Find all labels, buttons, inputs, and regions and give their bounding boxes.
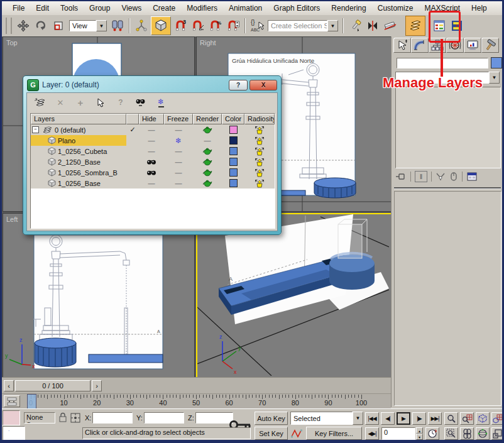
radiosity-cell[interactable]	[244, 124, 275, 135]
layer-color-chip[interactable]	[229, 126, 238, 134]
maxscript-listener-pane[interactable]: .	[3, 426, 25, 441]
render-cell[interactable]	[193, 167, 222, 178]
hide-cell[interactable]	[139, 167, 164, 178]
radiosity-cell[interactable]	[244, 156, 275, 167]
hide-cell[interactable]: —	[139, 135, 164, 146]
tab-create[interactable]	[393, 38, 411, 53]
angle-snap-button[interactable]	[190, 18, 206, 34]
color-cell[interactable]	[222, 167, 244, 178]
pan-view-button[interactable]	[460, 427, 474, 440]
menu-item-views[interactable]: Views	[116, 3, 147, 14]
current-layer-cell[interactable]	[126, 178, 139, 189]
reference-coordinate-dropdown[interactable]: View ▼	[69, 20, 107, 31]
layer-dialog-titlebar[interactable]: G Layer: 0 (default) ? X	[27, 79, 277, 91]
go-to-start-button[interactable]: |◀◀	[365, 412, 379, 425]
freeze-toggle-button[interactable]: ❄	[154, 96, 168, 109]
select-highlighted-button[interactable]	[94, 96, 107, 109]
render-cell[interactable]	[193, 146, 222, 156]
hide-cell[interactable]: —	[139, 146, 164, 156]
configure-modifier-sets-icon[interactable]	[466, 172, 478, 182]
show-end-result-button[interactable]: ‖	[415, 171, 427, 182]
previous-frame-button[interactable]: ◀|	[381, 412, 395, 425]
time-slider-prev-button[interactable]: ‹	[4, 380, 14, 391]
object-color-swatch[interactable]	[491, 57, 502, 68]
key-mode-toggle-button[interactable]: ◀▶|	[365, 427, 379, 440]
select-rotate-button[interactable]	[33, 18, 49, 34]
column-header-radiosity[interactable]: Radiosity	[244, 114, 275, 124]
render-cell[interactable]	[193, 156, 222, 167]
render-cell[interactable]: —	[193, 135, 222, 146]
zoom-region-button[interactable]	[444, 427, 458, 440]
menu-item-tools[interactable]: Tools	[55, 3, 84, 14]
viewport-right-label[interactable]: Right	[200, 39, 216, 46]
layer-color-chip[interactable]	[229, 158, 238, 166]
make-unique-icon[interactable]	[436, 172, 446, 181]
render-cell[interactable]	[193, 124, 222, 135]
go-to-end-button[interactable]: ▶▶|	[428, 412, 442, 425]
menu-item-create[interactable]: Create	[147, 3, 181, 14]
time-slider-handle[interactable]: 0 / 100	[15, 380, 90, 391]
radiosity-cell[interactable]	[244, 135, 275, 146]
chevron-down-icon[interactable]: ▼	[96, 20, 107, 31]
layer-color-chip[interactable]	[229, 168, 238, 177]
menu-item-modifiers[interactable]: Modifiers	[181, 3, 223, 14]
column-header-render[interactable]: Render	[193, 114, 222, 124]
dialog-help-tool-button[interactable]: ?	[114, 96, 128, 109]
edit-named-selections-button[interactable]: {}ABC	[249, 18, 265, 34]
current-layer-cell[interactable]	[126, 167, 139, 178]
remove-modifier-icon[interactable]	[449, 172, 458, 182]
z-coordinate-field[interactable]	[195, 412, 233, 424]
radiosity-cell[interactable]	[244, 146, 275, 156]
key-filters-button[interactable]: Key Filters...	[306, 427, 362, 440]
zoom-all-button[interactable]	[460, 412, 474, 425]
track-bar-ruler[interactable]: 0102030405060708090100	[23, 394, 388, 409]
use-pivot-center-button[interactable]	[109, 18, 126, 34]
layer-row-4[interactable]: 1_0256_Sombra_B—	[31, 167, 275, 178]
named-selection-set-dropdown[interactable]: Create Selection Set ▼	[268, 20, 338, 31]
select-move-button[interactable]	[15, 18, 31, 34]
menu-item-group[interactable]: Group	[84, 3, 116, 14]
freeze-cell[interactable]: —	[164, 156, 193, 167]
time-configuration-button[interactable]	[425, 427, 439, 440]
radiosity-cell[interactable]	[244, 167, 275, 178]
radiosity-cell[interactable]	[244, 178, 275, 189]
current-layer-cell[interactable]	[126, 146, 139, 156]
current-layer-cell[interactable]: ✓	[126, 124, 139, 135]
tab-modify[interactable]	[411, 38, 429, 53]
set-key-button[interactable]: Set Key	[255, 427, 288, 440]
x-coordinate-field[interactable]	[92, 412, 133, 424]
frame-spinner[interactable]: ▴ ▾	[416, 427, 423, 440]
menu-item-edit[interactable]: Edit	[30, 3, 55, 14]
column-header-layers[interactable]: Layers	[31, 114, 126, 124]
color-cell[interactable]	[222, 156, 244, 167]
color-cell[interactable]	[222, 124, 244, 135]
freeze-cell[interactable]: ❄	[164, 135, 193, 146]
track-bar-frame-marker[interactable]	[27, 394, 36, 409]
layer-color-chip[interactable]	[229, 147, 238, 155]
select-manipulate-button[interactable]	[133, 18, 150, 34]
tab-utilities[interactable]	[481, 38, 499, 53]
time-slider-next-button[interactable]: ›	[92, 380, 102, 391]
arc-rotate-button[interactable]	[476, 427, 490, 440]
layer-row-3[interactable]: 2_1250_Base—	[31, 156, 275, 167]
current-layer-cell[interactable]	[126, 135, 139, 146]
menu-item-help[interactable]: Help	[466, 3, 493, 14]
viewport-left-label[interactable]: Left	[6, 216, 18, 223]
macro-recorder-pane[interactable]	[3, 410, 20, 425]
current-layer-cell[interactable]	[126, 156, 139, 167]
viewport-top-label[interactable]: Top	[6, 39, 18, 46]
next-frame-button[interactable]: |▶	[412, 412, 426, 425]
column-header-current[interactable]	[126, 114, 139, 124]
snap-toggle-button[interactable]	[151, 16, 171, 35]
viewport-left[interactable]: Left	[3, 213, 195, 378]
modifier-stack-list[interactable]	[395, 87, 501, 168]
auto-key-button[interactable]: Auto Key	[255, 412, 288, 425]
y-coordinate-field[interactable]	[144, 412, 184, 424]
expand-toggle-icon[interactable]: −	[32, 126, 39, 133]
column-header-hide[interactable]: Hide	[139, 114, 164, 124]
key-filter-selection-dropdown[interactable]: Selected ▼	[290, 412, 363, 425]
toolbar-drag-handle[interactable]	[6, 18, 12, 34]
chevron-down-icon[interactable]: ▼	[489, 72, 500, 84]
menu-item-rendering[interactable]: Rendering	[326, 3, 371, 14]
absolute-mode-toggle[interactable]	[70, 412, 81, 424]
